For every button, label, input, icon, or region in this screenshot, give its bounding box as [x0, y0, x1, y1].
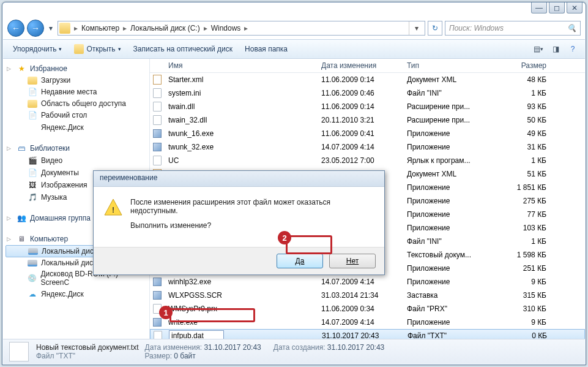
- nav-favorites-header[interactable]: ▷★Избранное: [3, 62, 149, 75]
- dialog-title: переименование: [94, 171, 384, 187]
- annotation-badge-2: 2: [278, 231, 291, 244]
- rename-dialog: переименование ! После изменения расшире…: [93, 170, 385, 275]
- svg-text:!: !: [112, 206, 114, 214]
- yes-button[interactable]: Да: [277, 254, 323, 268]
- address-bar[interactable]: ▸ Компьютер ▸ Локальный диск (C:) ▸ Wind…: [58, 21, 425, 36]
- nav-libraries-header[interactable]: ▷🗃Библиотеки: [3, 142, 149, 154]
- annotation-badge-1: 1: [159, 306, 173, 319]
- dialog-message-2: Выполнить изменение?: [130, 221, 373, 230]
- details-pane: Новый текстовый документ.txt Дата измене…: [3, 339, 585, 364]
- close-button[interactable]: ✕: [567, 2, 582, 13]
- nav-history-dropdown[interactable]: ▾: [47, 21, 55, 35]
- help-button[interactable]: ?: [565, 45, 580, 53]
- file-row[interactable]: twunk_16.exe11.06.2009 0:41Приложение49 …: [150, 127, 585, 140]
- nav-fav-item[interactable]: 📄Недавние места: [3, 86, 149, 98]
- col-name[interactable]: Имя: [165, 61, 318, 70]
- file-row[interactable]: WMSysPr9.prx11.06.2009 0:34Файл "PRX"310…: [150, 302, 585, 316]
- file-row[interactable]: UC23.05.2012 7:00Ярлык к програм...1 КБ: [150, 154, 585, 167]
- window-controls: — ◻ ✕: [531, 2, 582, 13]
- file-row[interactable]: winhlp32.exe14.07.2009 4:14Приложение9 К…: [150, 275, 585, 289]
- new-folder-button[interactable]: Новая папка: [240, 42, 292, 56]
- file-row[interactable]: write.exe14.07.2009 4:14Приложение9 КБ: [150, 316, 585, 329]
- burn-button[interactable]: Записать на оптический диск: [128, 42, 238, 56]
- col-size[interactable]: Размер: [501, 61, 550, 70]
- details-text: Новый текстовый документ.txt Дата измене…: [36, 343, 384, 360]
- nav-fav-item[interactable]: Загрузки: [3, 75, 149, 86]
- rename-input[interactable]: [169, 330, 224, 339]
- file-row[interactable]: twain_32.dll20.11.2010 3:21Расширение пр…: [150, 113, 585, 127]
- forward-button[interactable]: →: [27, 20, 44, 37]
- file-row[interactable]: Starter.xml11.06.2009 0:14Документ XML48…: [150, 73, 585, 86]
- breadcrumb-computer[interactable]: Компьютер: [79, 24, 122, 32]
- nav-lib-item[interactable]: 🎬Видео: [3, 154, 149, 167]
- nav-fav-item[interactable]: Область общего доступа: [3, 98, 149, 109]
- nav-comp-item[interactable]: ☁Яндекс.Диск: [3, 288, 149, 300]
- maximize-button[interactable]: ◻: [549, 2, 565, 13]
- file-row[interactable]: WLXPGSS.SCR31.03.2014 21:34Заставка315 К…: [150, 289, 585, 302]
- breadcrumb-drive[interactable]: Локальный диск (C:): [128, 24, 203, 32]
- view-button[interactable]: ▤ ▾: [531, 45, 546, 53]
- file-row[interactable]: twunk_32.exe14.07.2009 4:14Приложение31 …: [150, 140, 585, 154]
- file-row[interactable]: system.ini11.06.2009 0:46Файл "INI"1 КБ: [150, 86, 585, 100]
- preview-pane-button[interactable]: ◨: [548, 45, 563, 53]
- nav-bar: ← → ▾ ▸ Компьютер ▸ Локальный диск (C:) …: [7, 18, 581, 39]
- organize-menu[interactable]: Упорядочить▾: [8, 42, 67, 56]
- folder-icon: [59, 23, 70, 34]
- nav-fav-item[interactable]: Яндекс.Диск: [3, 121, 149, 134]
- address-dropdown[interactable]: ▾: [409, 21, 423, 35]
- file-row[interactable]: 31.10.2017 20:43Файл "TXT"0 КБ: [150, 329, 585, 339]
- warning-icon: !: [103, 198, 123, 218]
- col-type[interactable]: Тип: [403, 61, 501, 70]
- nav-fav-item[interactable]: 📄Рабочий стол: [3, 109, 149, 121]
- open-button[interactable]: Открыть▾: [69, 42, 125, 56]
- back-button[interactable]: ←: [7, 20, 24, 37]
- search-placeholder: Поиск: Windows: [449, 24, 504, 32]
- no-button[interactable]: Нет: [329, 254, 376, 268]
- refresh-button[interactable]: ↻: [428, 21, 442, 36]
- minimize-button[interactable]: —: [531, 2, 547, 13]
- search-input[interactable]: Поиск: Windows 🔍: [445, 21, 581, 36]
- dialog-message-1: После изменения расширения этот файл мож…: [130, 198, 373, 215]
- col-date[interactable]: Дата изменения: [318, 61, 403, 70]
- breadcrumb-folder[interactable]: Windows: [209, 24, 244, 32]
- file-icon: [9, 342, 29, 361]
- file-row[interactable]: twain.dll11.06.2009 0:14Расширение при..…: [150, 100, 585, 113]
- search-icon: 🔍: [567, 24, 576, 32]
- toolbar: Упорядочить▾ Открыть▾ Записать на оптиче…: [3, 39, 585, 59]
- column-headers: Имя Дата изменения Тип Размер: [150, 59, 585, 73]
